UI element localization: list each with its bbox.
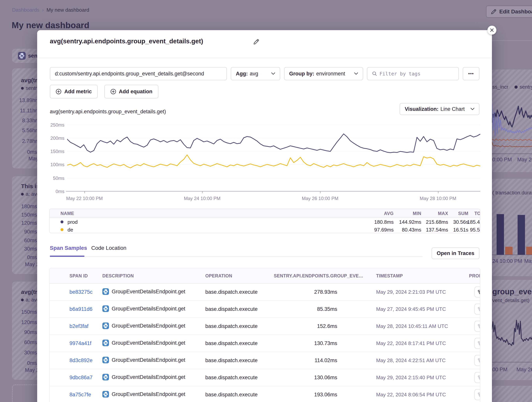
span-id-link[interactable]: b6a911d6 bbox=[70, 306, 92, 312]
python-icon bbox=[102, 374, 109, 380]
span-description: GroupEventDetailsEndpoint.get bbox=[102, 340, 185, 346]
python-icon bbox=[102, 391, 109, 397]
chevron-down-icon bbox=[271, 73, 275, 75]
profiling-icon bbox=[477, 341, 480, 346]
bg-y-label: 0ms bbox=[14, 360, 37, 366]
edit-title-pencil-icon[interactable] bbox=[253, 39, 259, 45]
series-summary-table: NAME AVG MIN MAX SUM TOTAL prod 180.8ms … bbox=[49, 209, 480, 233]
span-description: GroupEventDetailsEndpoint.get bbox=[102, 391, 185, 397]
group-by-select[interactable]: Group by:environment bbox=[284, 67, 363, 80]
series-dot bbox=[61, 220, 63, 223]
aggregate-select[interactable]: Agg:avg bbox=[231, 67, 280, 80]
filter-tags-input[interactable]: Filter by tags bbox=[367, 67, 459, 80]
add-equation-button[interactable]: Add equation bbox=[104, 85, 158, 98]
span-operation: base.dispatch.execute bbox=[205, 340, 258, 346]
bg-y-label: 0ms bbox=[14, 149, 37, 155]
span-operation: base.dispatch.execute bbox=[205, 358, 258, 364]
span-description: GroupEventDetailsEndpoint.get bbox=[102, 305, 185, 312]
chart-label: avg(sentry.api.endpoints.group_event_det… bbox=[50, 109, 166, 115]
span-operation: base.dispatch.execute bbox=[205, 375, 258, 381]
profile-button[interactable] bbox=[475, 321, 480, 332]
metric-query-input[interactable] bbox=[50, 67, 227, 80]
summary-row-prod[interactable]: prod 180.8ms 144.92ms 215.68ms 30.56s 18… bbox=[50, 218, 480, 226]
span-timestamp: May 29, 2024 2:15:40 PM UTC bbox=[376, 375, 446, 381]
span-duration: 85.35ms bbox=[317, 306, 337, 312]
span-timestamp: May 28, 2024 10:45:11 AM UTC bbox=[376, 323, 448, 329]
bg-legend-a: ss_incr bbox=[492, 84, 508, 90]
span-description: GroupEventDetailsEndpoint.get bbox=[102, 288, 185, 295]
bg-widget-right-2: ( transaction.duratio 24 10:00 PM May bbox=[491, 179, 532, 276]
bg-bar-chart bbox=[492, 213, 532, 255]
bg-widget-label: sen bbox=[28, 53, 37, 59]
bg-y-label: 11.11hr bbox=[14, 108, 37, 114]
legend-dot bbox=[21, 87, 24, 90]
samples-header-row: SPAN ID DESCRIPTION OPERATION SENTRY.API… bbox=[50, 268, 480, 284]
span-operation: base.dispatch.execute bbox=[205, 306, 258, 312]
open-in-traces-button[interactable]: Open in Traces bbox=[432, 247, 480, 259]
profile-button[interactable] bbox=[475, 338, 480, 349]
span-id-link[interactable]: b2ef3faf bbox=[70, 323, 89, 329]
bg-y-label: 60ms bbox=[14, 238, 37, 244]
summary-row-de[interactable]: de 97.69ms 80.43ms 137.54ms 16.51s 95.59… bbox=[50, 226, 480, 233]
span-sample-row: b2ef3faf GroupEventDetailsEndpoint.get b… bbox=[50, 318, 480, 335]
bg-legend-b: sentry.t bbox=[519, 84, 532, 90]
breadcrumb: Dashboards › My new dashboard bbox=[12, 7, 89, 13]
span-sample-row: 8a75c7fe GroupEventDetailsEndpoint.get b… bbox=[50, 386, 480, 402]
python-icon bbox=[102, 288, 109, 295]
tab-code-location[interactable]: Code Location bbox=[91, 245, 127, 251]
legend-dot bbox=[514, 86, 518, 89]
more-options-button[interactable]: ••• bbox=[463, 67, 480, 80]
bg-widget-right-3: group_event_ vent_details.get) 00 PM May… bbox=[491, 280, 532, 380]
span-id-link[interactable]: be83275c bbox=[70, 289, 93, 295]
add-metric-button[interactable]: Add metric bbox=[50, 85, 98, 98]
metric-input-field[interactable] bbox=[55, 71, 222, 77]
visualization-select[interactable]: Visualization:Line Chart bbox=[400, 103, 480, 115]
bg-widget-right-4 bbox=[491, 386, 532, 402]
bg-card-edge bbox=[492, 40, 532, 41]
profile-button[interactable] bbox=[475, 286, 480, 297]
breadcrumb-current: My new dashboard bbox=[46, 7, 89, 13]
bg-multiline-chart bbox=[492, 98, 532, 152]
span-timestamp: May 22, 2024 8:06:54 PM UTC bbox=[376, 392, 446, 398]
plus-circle-icon bbox=[56, 89, 62, 94]
span-sample-row: be83275c GroupEventDetailsEndpoint.get b… bbox=[50, 284, 480, 301]
span-sample-row: 9974a41f GroupEventDetailsEndpoint.get b… bbox=[50, 335, 480, 352]
breadcrumb-chevron-icon: › bbox=[42, 7, 44, 13]
span-samples-table: SPAN ID DESCRIPTION OPERATION SENTRY.API… bbox=[49, 268, 480, 402]
span-description: GroupEventDetailsEndpoint.get bbox=[102, 322, 185, 329]
span-id-link[interactable]: 9974a41f bbox=[70, 340, 91, 346]
close-button[interactable] bbox=[488, 26, 496, 35]
span-operation: base.dispatch.execute bbox=[205, 392, 258, 398]
bg-y-label: 2.78hr bbox=[14, 138, 37, 144]
span-sample-row: 9dbc86a7 GroupEventDetailsEndpoint.get b… bbox=[50, 369, 480, 386]
pencil-icon bbox=[491, 9, 497, 15]
edit-dashboard-button: Edit Dashboa bbox=[486, 6, 532, 18]
profile-button[interactable] bbox=[475, 372, 480, 383]
python-icon bbox=[102, 340, 109, 346]
chart-canvas bbox=[67, 125, 480, 191]
span-duration: 114.02ms bbox=[314, 358, 337, 364]
bg-y-label: 180ms bbox=[14, 204, 37, 210]
span-timestamp: May 22, 2024 8:17:41 PM UTC bbox=[376, 340, 446, 346]
tabs-divider bbox=[50, 256, 423, 257]
span-operation: base.dispatch.execute bbox=[205, 323, 258, 329]
span-timestamp: May 29, 2024 2:21:03 PM UTC bbox=[376, 289, 446, 295]
bg-y-label: 120ms bbox=[14, 319, 37, 325]
series-dot bbox=[61, 228, 63, 231]
span-id-link[interactable]: 8d3c892e bbox=[70, 358, 93, 364]
tab-span-samples[interactable]: Span Samples bbox=[50, 245, 87, 251]
profile-button[interactable] bbox=[475, 389, 480, 400]
profiling-icon bbox=[477, 392, 480, 397]
profiling-icon bbox=[477, 375, 480, 380]
span-id-link[interactable]: 8a75c7fe bbox=[70, 392, 91, 398]
profile-button[interactable] bbox=[475, 355, 480, 366]
bg-y-label: 120ms bbox=[14, 220, 37, 226]
profile-button[interactable] bbox=[475, 304, 480, 315]
bg-line-chart bbox=[492, 309, 532, 360]
profiling-icon bbox=[477, 307, 480, 312]
bg-y-label: 13.89hr bbox=[14, 97, 37, 103]
python-icon bbox=[102, 322, 109, 329]
bg-y-label: 8.33hr bbox=[14, 118, 37, 124]
span-id-link[interactable]: 9dbc86a7 bbox=[70, 375, 93, 381]
ellipsis-icon: ••• bbox=[468, 71, 474, 76]
